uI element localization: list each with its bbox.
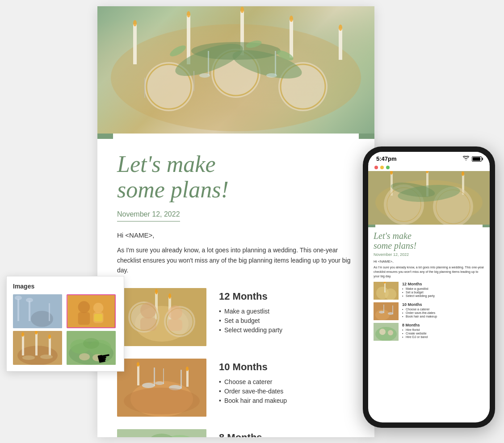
- svg-point-65: [15, 296, 22, 300]
- svg-point-45: [142, 383, 155, 388]
- list-item: Select wedding party: [219, 326, 355, 334]
- list-item: Make a guestlist: [219, 308, 355, 315]
- svg-point-15: [290, 16, 293, 22]
- section-image-8months: [117, 429, 206, 437]
- phone-list-item: Book hair and makeup: [402, 315, 484, 318]
- svg-rect-82: [49, 338, 51, 355]
- svg-rect-69: [49, 303, 50, 321]
- svg-point-91: [79, 353, 90, 360]
- svg-rect-10: [290, 20, 293, 58]
- svg-rect-117: [392, 305, 393, 314]
- list-item: Set a budget: [219, 317, 355, 324]
- phone-section-content-12: 12 Months Make a guestlist Set a budget …: [402, 282, 484, 298]
- phone-accent-left: [368, 225, 375, 227]
- wifi-icon: [463, 155, 469, 162]
- section-content-12months: 12 Months Make a guestlist Set a budget …: [219, 288, 355, 336]
- phone-list-item: Hire florist: [402, 328, 484, 331]
- section-12months: 12 Months Make a guestlist Set a budget …: [117, 288, 355, 346]
- phone-list-item: Select wedding party: [402, 294, 484, 297]
- svg-rect-51: [137, 365, 139, 385]
- svg-rect-50: [163, 368, 164, 384]
- svg-rect-75: [94, 314, 103, 322]
- svg-point-71: [78, 301, 90, 313]
- svg-rect-115: [383, 305, 384, 313]
- email-document: Let's make some plans! November 12, 2022…: [97, 6, 374, 437]
- browser-dot-green: [386, 166, 390, 169]
- svg-rect-24: [208, 51, 209, 75]
- svg-point-84: [22, 355, 35, 360]
- svg-rect-26: [275, 51, 276, 75]
- svg-rect-53: [186, 370, 189, 387]
- phone-greeting: Hi <NAME>,: [374, 259, 484, 263]
- svg-rect-80: [35, 333, 38, 355]
- svg-point-79: [21, 332, 24, 337]
- svg-rect-64: [17, 299, 19, 321]
- svg-point-40: [168, 305, 182, 320]
- section-8months: 8 Months: [117, 429, 355, 437]
- svg-rect-70: [68, 295, 114, 327]
- phone-section-content-8: 8 Months Hire florist Create website Hir…: [402, 323, 484, 339]
- phone-list-item: Hire DJ or band: [402, 335, 484, 339]
- phone-screen: 5:47pm: [368, 152, 490, 422]
- phone-hero-image: [368, 171, 490, 225]
- phone-list-item: Make a guestlist: [402, 287, 484, 290]
- section-content-10months: 10 Months Choose a caterer Order save-th…: [219, 359, 355, 406]
- browser-dot-yellow: [380, 166, 384, 169]
- svg-point-16: [339, 25, 342, 31]
- phone-time: 5:47pm: [376, 155, 397, 162]
- phone-status-icons: [463, 155, 482, 162]
- list-item: Order save-the-dates: [219, 388, 355, 395]
- image-thumbnail-2[interactable]: [67, 294, 116, 328]
- image-thumbnail-3[interactable]: [13, 331, 62, 365]
- section-title-8months: 8 Months: [219, 432, 355, 437]
- section-10months: 10 Months Choose a caterer Order save-th…: [117, 359, 355, 417]
- phone-section-title-8: 8 Months: [402, 323, 484, 327]
- svg-point-83: [48, 334, 51, 339]
- phone-list-item: Create website: [402, 332, 484, 335]
- email-intro: As I'm sure you already know, a lot goes…: [117, 245, 355, 275]
- images-panel-title: Images: [13, 283, 118, 290]
- phone-section-8months: 8 Months Hire florist Create website Hir…: [374, 323, 484, 341]
- phone-section-img-8: [374, 323, 399, 341]
- svg-point-12: [133, 20, 137, 26]
- section-content-8months: 8 Months: [219, 429, 355, 437]
- phone-date: November 12, 2022: [374, 252, 484, 257]
- browser-dot-red: [374, 166, 378, 169]
- phone-section-list-12: Make a guestlist Set a budget Select wed…: [402, 287, 484, 297]
- svg-point-67: [26, 298, 33, 302]
- svg-point-85: [40, 355, 53, 359]
- phone-list-item: Order save-the-dates: [402, 311, 484, 314]
- browser-dots: [368, 164, 490, 171]
- email-greeting: Hi <NAME>,: [117, 231, 355, 239]
- accent-bar-left: [97, 134, 113, 139]
- svg-point-19: [191, 42, 281, 60]
- email-body: Let's make some plans! November 12, 2022…: [97, 139, 374, 437]
- svg-point-73: [93, 303, 104, 313]
- section-image-10months: [117, 359, 206, 417]
- phone-section-list-10: Choose a caterer Order save-the-dates Bo…: [402, 308, 484, 318]
- svg-point-109: [385, 288, 396, 300]
- svg-rect-48: [181, 370, 182, 389]
- email-title: Let's make some plans!: [117, 151, 355, 202]
- svg-rect-28: [193, 71, 194, 91]
- svg-point-14: [240, 7, 244, 13]
- svg-rect-66: [29, 301, 30, 321]
- svg-rect-72: [78, 312, 90, 325]
- email-date: November 12, 2022: [117, 210, 180, 222]
- svg-point-100: [462, 171, 464, 176]
- phone-accent-right: [483, 225, 490, 227]
- list-item: Book hair and makeup: [219, 397, 355, 404]
- phone-content: Let's make some plans! November 12, 2022…: [368, 227, 490, 347]
- section-list-12months: Make a guestlist Set a budget Select wed…: [219, 308, 355, 334]
- images-panel[interactable]: Images: [6, 276, 124, 372]
- svg-rect-11: [339, 29, 342, 60]
- section-list-10months: Choose a caterer Order save-the-dates Bo…: [219, 378, 355, 404]
- svg-rect-46: [154, 368, 155, 386]
- svg-point-119: [375, 327, 397, 341]
- accent-bar-right: [359, 134, 374, 139]
- image-thumbnail-1[interactable]: [13, 294, 62, 328]
- phone-mockup: 5:47pm: [363, 146, 495, 428]
- svg-point-54: [186, 367, 189, 371]
- svg-rect-7: [133, 24, 137, 64]
- phone-list-item: Set a budget: [402, 291, 484, 294]
